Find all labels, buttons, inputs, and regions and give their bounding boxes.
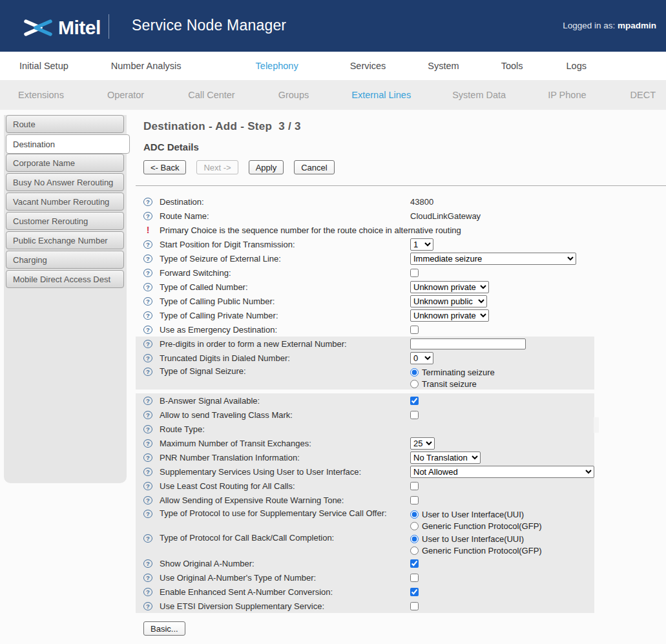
form-row-type-of-protocol-for-call-back-call-comp: ?Type of Protocol for Call Back/Call Com… [136,532,594,556]
help-icon[interactable]: ? [143,240,152,249]
subtab-dect[interactable]: DECT [630,90,656,100]
help-icon[interactable]: ? [143,574,152,582]
tab-services[interactable]: Services [350,61,386,71]
field-label: PNR Number Translation Information: [160,453,410,462]
tab-logs[interactable]: Logs [567,61,587,71]
use-as-emergency-destination-checkbox[interactable] [410,326,419,334]
subtab-system-data[interactable]: System Data [452,90,506,100]
b-answer-signal-available-checkbox[interactable] [410,397,419,405]
show-original-a-number-checkbox[interactable] [410,559,419,568]
scrollbar-fragment[interactable] [594,417,599,433]
sidebar-item-public-exchange-number[interactable]: Public Exchange Number [6,231,124,249]
help-icon[interactable]: ? [143,354,152,362]
type-of-protocol-to-use-for-supplementar-option-user-to-user-interface-uui[interactable]: User to User Interface(UUI) [410,508,542,520]
terminating-seizure-radio[interactable] [410,368,419,377]
field-label: Pre-digits in order to form a new Extern… [160,339,410,349]
sidebar-item-busy-no-answer-rerouting[interactable]: Busy No Answer Rerouting [6,173,124,191]
truncated-digits-in-dialed-number-select[interactable]: 0 [410,352,433,364]
help-icon[interactable]: ? [143,510,152,518]
tab-telephony[interactable]: Telephony [256,61,298,71]
field-label: Type of Protocol for Call Back/Call Comp… [160,533,410,543]
help-icon[interactable]: ? [143,368,152,376]
sidebar-item-customer-rerouting[interactable]: Customer Rerouting [6,212,124,230]
form-row-pnr-number-translation-information: ?PNR Number Translation Information:No T… [136,450,594,464]
help-icon[interactable]: ? [143,397,152,405]
subtab-groups[interactable]: Groups [278,90,309,100]
field-label: Type of Seizure of External Line: [160,254,410,264]
sidebar-item-route[interactable]: Route [6,115,124,133]
type-of-protocol-to-use-for-supplementar-option-generic-function-protocol-gfp[interactable]: Generic Function Protocol(GFP) [410,520,542,532]
user-to-user-interface-uui-radio[interactable] [410,510,419,519]
type-of-signal-seizure-option-transit-seizure[interactable]: Transit seizure [410,378,495,390]
help-icon[interactable]: ? [143,411,152,419]
help-icon[interactable]: ? [143,283,152,291]
sidebar-item-destination[interactable]: Destination [6,134,130,154]
generic-function-protocol-gfp-radio[interactable] [410,522,419,530]
back-button[interactable]: <- Back [143,160,186,174]
help-icon[interactable]: ? [143,269,152,277]
use-original-a-number-s-type-of-number-checkbox[interactable] [410,574,419,582]
type-of-protocol-for-call-back-call-comp-option-generic-function-protocol-gfp[interactable]: Generic Function Protocol(GFP) [410,545,542,556]
tab-system[interactable]: System [428,61,459,71]
type-of-seizure-of-external-line-select[interactable]: Immediate seizure [410,253,576,265]
tab-number-analysis[interactable]: Number Analysis [111,61,182,71]
type-of-called-number-select[interactable]: Unknown private [410,281,489,293]
type-of-protocol-for-call-back-call-comp-option-user-to-user-interface-uui[interactable]: User to User Interface(UUI) [410,533,542,545]
field-label: Use Original A-Number's Type of Number: [160,573,410,583]
subtab-operator[interactable]: Operator [107,90,144,100]
supplementary-services-using-user-to-use-select[interactable]: Not Allowed [410,466,594,478]
generic-function-protocol-gfp-radio[interactable] [410,546,419,555]
sidebar-item-vacant-number-rerouting[interactable]: Vacant Number Rerouting [6,192,124,211]
form-row-use-original-a-number-s-type-of-number: ?Use Original A-Number's Type of Number: [136,570,594,585]
pnr-number-translation-information-select[interactable]: No Translation [410,452,481,464]
sidebar-item-mobile-direct-access-dest[interactable]: Mobile Direct Access Dest [6,270,124,288]
allow-sending-of-expensive-route-warning-checkbox[interactable] [410,496,419,504]
transit-seizure-radio[interactable] [410,380,419,388]
use-etsi-diversion-supplementary-service-checkbox[interactable] [410,602,419,610]
subtab-ip-phone[interactable]: IP Phone [548,90,586,100]
maximum-number-of-transit-exchanges-select[interactable]: 25 [410,437,435,450]
type-of-calling-public-number-select[interactable]: Unknown public [410,295,487,307]
help-icon[interactable]: ? [143,198,152,206]
forward-switching-checkbox[interactable] [410,269,419,277]
help-icon[interactable]: ? [143,254,152,263]
pre-digits-in-order-to-form-a-new-extern-input[interactable] [410,338,526,349]
help-icon[interactable]: ? [143,297,152,306]
user-to-user-interface-uui-radio[interactable] [410,535,419,543]
subtab-external-lines[interactable]: External Lines [351,90,411,100]
start-position-for-digit-transmission-select[interactable]: 1 [410,238,433,251]
help-icon[interactable]: ? [143,453,152,462]
help-icon[interactable]: ? [143,311,152,320]
allow-to-send-traveling-class-mark-checkbox[interactable] [410,411,419,419]
help-icon[interactable]: ? [143,326,152,334]
basic-button[interactable]: Basic... [143,621,185,636]
help-icon[interactable]: ? [143,559,152,568]
type-of-signal-seizure-option-terminating-seizure[interactable]: Terminating seizure [410,366,495,378]
enable-enhanced-sent-a-number-conversion-checkbox[interactable] [410,588,419,596]
brand-name: Mitel [58,17,101,39]
help-icon[interactable]: ? [143,212,152,220]
form-row-allow-sending-of-expensive-route-warning: ?Allow Sending of Expensive Route Warnin… [136,493,594,507]
form-row-allow-to-send-traveling-class-mark: ?Allow to send Traveling Class Mark: [136,408,594,422]
type-of-calling-private-number-select[interactable]: Unknown private [410,309,489,322]
help-icon[interactable]: ? [143,468,152,476]
field-label: Destination: [160,197,410,207]
help-icon[interactable]: ? [143,534,152,543]
subtab-call-center[interactable]: Call Center [188,90,235,100]
use-least-cost-routing-for-all-calls-checkbox[interactable] [410,482,419,490]
subtab-extensions[interactable]: Extensions [18,90,64,100]
help-icon[interactable]: ? [143,425,152,433]
help-icon[interactable]: ? [143,482,152,490]
help-icon[interactable]: ? [143,588,152,596]
radio-label: Terminating seizure [422,368,495,377]
sidebar-item-corporate-name[interactable]: Corporate Name [6,154,124,172]
cancel-button[interactable]: Cancel [294,160,334,174]
help-icon[interactable]: ? [143,496,152,504]
help-icon[interactable]: ? [143,602,152,610]
tab-tools[interactable]: Tools [501,61,523,71]
help-icon[interactable]: ? [143,340,152,348]
apply-button[interactable]: Apply [249,160,284,174]
help-icon[interactable]: ? [143,439,152,448]
sidebar-item-charging[interactable]: Charging [6,251,124,269]
tab-initial-setup[interactable]: Initial Setup [19,61,68,71]
